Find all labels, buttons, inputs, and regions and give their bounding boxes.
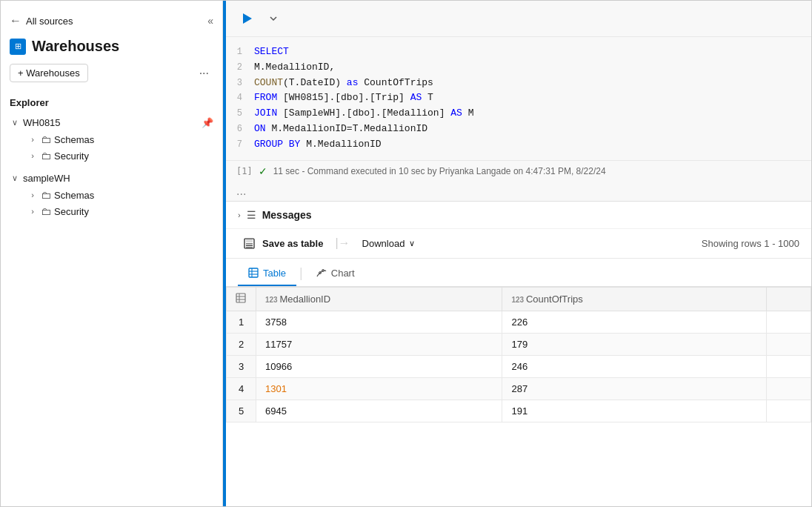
table-body: 1375822621175717931096624641301287569451… [227,311,811,422]
code-line-3: 3 COUNT(T.DateID) as CountOfTrips [226,76,811,91]
svg-rect-12 [236,294,245,302]
warehouse-icon: ⊞ [10,39,26,55]
medallion-id-cell: 3758 [256,311,502,333]
medallion-id-cell: 11757 [256,333,502,355]
wh0815-security-item[interactable]: › 🗀 Security [23,148,218,164]
messages-doc-icon: ☰ [247,209,256,221]
add-warehouse-label: + Warehouses [18,67,80,79]
extra-cell [767,355,811,377]
code-line-1: 1 SELECT [226,44,811,60]
sidebar-top: ← All sources « [1,8,222,35]
chart-icon [316,268,327,278]
app-container: ← All sources « ⊞ Warehouses + Warehouse… [1,1,811,506]
messages-chevron-icon: › [238,211,241,219]
table-header-row: 123 MedallionID 123 CountOfTrips [227,287,811,311]
download-button[interactable]: Download ∨ [356,235,422,252]
svg-marker-0 [243,13,252,24]
add-warehouse-button[interactable]: + Warehouses [10,64,88,82]
samplewh-schemas-item[interactable]: › 🗀 Schemas [23,187,218,203]
messages-label: Messages [262,209,312,221]
tree-section: ∨ WH0815 📌 › 🗀 Schemas › 🗀 Security [1,114,222,219]
row-num-header [227,287,256,311]
schemas-label: Schemas [54,134,94,145]
samplewh-label: sampleWH [23,173,70,184]
save-table-label: Save as table [262,238,323,249]
wh0815-label: WH0815 [23,117,61,128]
table-row: 56945191 [227,400,811,422]
wh0815-chevron-icon: ∨ [10,118,20,127]
row-num-cell: 3 [227,355,256,377]
tab-table[interactable]: Table [238,263,296,286]
sidebar: ← All sources « ⊞ Warehouses + Warehouse… [1,1,223,506]
data-table-container: 123 MedallionID 123 CountOfTrips [226,287,811,422]
results-area: › ☰ Messages Save as table [226,201,811,506]
table-row: 41301287 [227,377,811,400]
samplewh-chevron-icon: ∨ [10,173,20,183]
samplewh-security-folder-icon: 🗀 [41,205,51,217]
medallion-id-cell: 6945 [256,400,502,422]
medallion-id-cell: 10966 [256,355,502,377]
tab-chart[interactable]: Chart [306,263,365,286]
messages-header[interactable]: › ☰ Messages [226,202,811,229]
table-row: 13758226 [227,311,811,333]
row-num-cell: 4 [227,377,256,400]
editor-area: 1 SELECT 2 M.MedallionID, 3 COUNT(T.Date… [226,1,811,506]
download-chevron-icon: ∨ [409,239,415,248]
medallion-id-cell: 1301 [256,377,502,400]
tab-chart-label: Chart [331,268,355,279]
count-cell: 191 [502,400,767,422]
security-label: Security [54,150,89,162]
row-num-cell: 2 [227,333,256,355]
col-extra-header [767,287,811,311]
col-count-header: 123 CountOfTrips [502,287,767,311]
samplewh-schemas-chevron-icon: › [27,190,38,199]
warehouse-ellipsis-button[interactable]: ··· [195,65,213,82]
wh0815-schemas-item[interactable]: › 🗀 Schemas [23,131,218,148]
wh0815-item-left: ∨ WH0815 [10,117,61,128]
back-label: All sources [26,16,73,27]
code-line-5: 5 JOIN [SampleWH].[dbo].[Medallion] AS M [226,106,811,122]
wh0815-pin-icon[interactable]: 📌 [202,117,213,128]
collapse-icon[interactable]: « [207,15,213,27]
main-content: 1 SELECT 2 M.MedallionID, 3 COUNT(T.Date… [223,1,811,506]
explorer-section-label: Explorer [1,93,222,114]
schemas-folder-icon: 🗀 [41,133,51,145]
security-folder-icon: 🗀 [41,150,51,162]
save-table-button[interactable]: Save as table [238,235,329,252]
back-link[interactable]: ← All sources [10,14,73,27]
code-line-4: 4 FROM [WH0815].[dbo].[Trip] AS T [226,90,811,106]
tab-table-label: Table [263,268,286,279]
add-warehouse-row: + Warehouses ··· [1,61,222,93]
row-num-cell: 5 [227,400,256,422]
svg-rect-6 [249,268,258,277]
run-dropdown-button[interactable] [263,8,284,29]
samplewh-security-item[interactable]: › 🗀 Security [23,203,218,219]
extra-cell [767,377,811,400]
security-chevron-icon: › [27,151,38,160]
code-editor[interactable]: 1 SELECT 2 M.MedallionID, 3 COUNT(T.Date… [226,37,811,160]
svg-rect-2 [246,239,253,242]
status-row: [1] ✓ 11 sec - Command executed in 10 se… [226,160,811,182]
wh0815-item[interactable]: ∨ WH0815 📌 [5,114,218,131]
extra-cell [767,311,811,333]
row-num-cell: 1 [227,311,256,333]
tab-separator: | [299,266,303,282]
extra-cell [767,333,811,355]
warehouses-header: ⊞ Warehouses [1,35,222,61]
wh0815-children: › 🗀 Schemas › 🗀 Security [5,131,218,164]
col-medallion-id-header: 123 MedallionID [256,287,502,311]
samplewh-security-chevron-icon: › [27,207,38,216]
count-cell: 246 [502,355,767,377]
back-arrow-icon: ← [10,14,21,27]
table-row: 211757179 [227,333,811,355]
extra-cell [767,400,811,422]
run-button[interactable] [236,8,257,29]
showing-rows-label: Showing rows 1 - 1000 [702,238,799,249]
samplewh-item[interactable]: ∨ sampleWH [5,170,218,187]
code-line-2: 2 M.MedallionID, [226,60,811,76]
schemas-chevron-icon: › [27,135,38,144]
results-table: 123 MedallionID 123 CountOfTrips [226,287,811,422]
check-icon: ✓ [259,165,267,177]
table-icon [248,268,259,278]
toolbar-separator: |→ [335,236,350,250]
